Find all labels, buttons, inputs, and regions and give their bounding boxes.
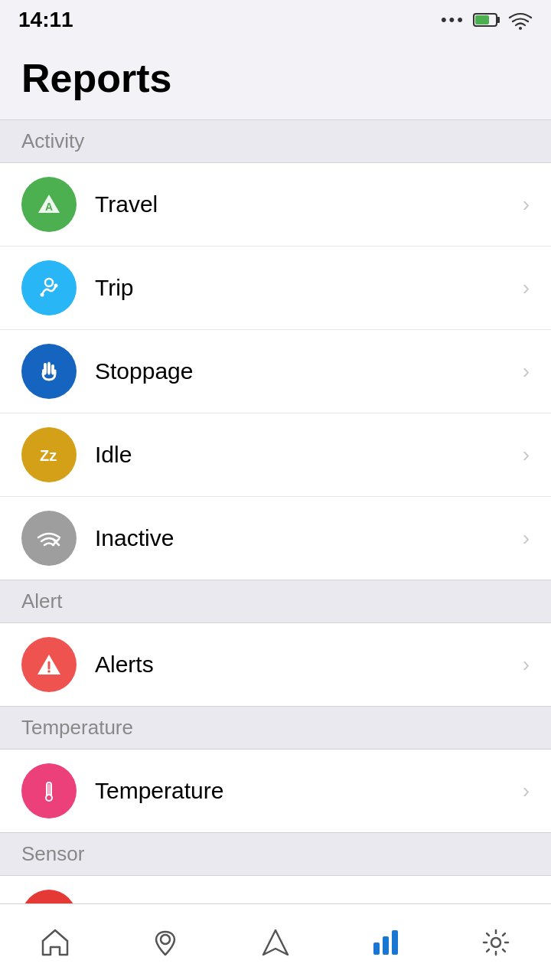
list-item-stoppage[interactable]: Stoppage ›	[0, 330, 551, 413]
svg-text:Zz: Zz	[40, 447, 57, 464]
trip-icon	[21, 260, 77, 315]
list-item-trip[interactable]: Trip ›	[0, 247, 551, 330]
svg-point-35	[491, 938, 500, 947]
svg-rect-10	[47, 363, 51, 374]
svg-rect-19	[48, 784, 51, 795]
content-area: Activity A Travel ›	[0, 119, 551, 980]
svg-point-17	[47, 670, 51, 673]
bottom-nav	[0, 903, 551, 980]
page-title: Reports	[21, 55, 530, 101]
svg-rect-33	[383, 936, 389, 955]
inactive-label: Inactive	[95, 525, 523, 551]
svg-rect-12	[42, 369, 45, 375]
travel-label: Travel	[95, 191, 523, 217]
stoppage-icon	[21, 344, 77, 399]
temperature-list: Temperature ›	[0, 750, 551, 832]
svg-point-8	[54, 284, 58, 288]
svg-point-3	[519, 27, 522, 30]
inactive-chevron: ›	[523, 526, 530, 550]
nav-item-location[interactable]	[110, 904, 220, 980]
trip-label: Trip	[95, 275, 523, 301]
status-icons: •••	[441, 10, 533, 30]
svg-rect-2	[475, 15, 489, 24]
temperature-label: Temperature	[95, 778, 523, 804]
nav-item-settings[interactable]	[441, 904, 551, 980]
svg-point-7	[41, 293, 44, 297]
status-bar: 14:11 •••	[0, 0, 551, 40]
trip-chevron: ›	[523, 276, 530, 300]
temperature-icon	[21, 763, 77, 818]
alert-list: Alerts ›	[0, 623, 551, 706]
list-item-temperature[interactable]: Temperature ›	[0, 750, 551, 832]
page-header: Reports	[0, 40, 551, 119]
nav-item-reports[interactable]	[331, 904, 441, 980]
list-item-alerts[interactable]: Alerts ›	[0, 623, 551, 706]
svg-rect-1	[497, 17, 500, 23]
svg-point-6	[45, 279, 53, 286]
alerts-icon	[21, 637, 77, 692]
stoppage-chevron: ›	[523, 359, 530, 384]
svg-point-21	[47, 795, 51, 800]
nav-item-navigate[interactable]	[220, 904, 331, 980]
nav-item-home[interactable]	[0, 904, 110, 980]
temperature-chevron: ›	[523, 779, 530, 803]
list-item-idle[interactable]: Zz Idle ›	[0, 413, 551, 497]
section-header-sensor: Sensor	[0, 832, 551, 876]
idle-icon: Zz	[21, 427, 77, 482]
activity-list: A Travel › Trip ›	[0, 163, 551, 580]
section-header-activity: Activity	[0, 119, 551, 163]
status-time: 14:11	[18, 8, 73, 32]
section-header-alert: Alert	[0, 580, 551, 623]
svg-text:A: A	[45, 201, 53, 213]
svg-rect-32	[373, 942, 380, 955]
svg-rect-11	[51, 364, 54, 374]
travel-chevron: ›	[523, 192, 530, 217]
idle-chevron: ›	[523, 443, 530, 467]
svg-rect-34	[392, 930, 398, 955]
travel-icon: A	[21, 177, 77, 232]
svg-marker-31	[263, 930, 288, 955]
alerts-label: Alerts	[95, 652, 523, 678]
stoppage-label: Stoppage	[95, 358, 523, 384]
list-item-inactive[interactable]: Inactive ›	[0, 497, 551, 580]
section-header-temperature: Temperature	[0, 706, 551, 750]
list-item-travel[interactable]: A Travel ›	[0, 163, 551, 247]
dots-icon: •••	[441, 10, 465, 30]
battery-icon	[473, 11, 500, 28]
svg-point-30	[161, 935, 170, 944]
alerts-chevron: ›	[523, 652, 530, 677]
idle-label: Idle	[95, 442, 523, 468]
inactive-icon	[21, 511, 77, 566]
wifi-icon	[508, 10, 533, 30]
